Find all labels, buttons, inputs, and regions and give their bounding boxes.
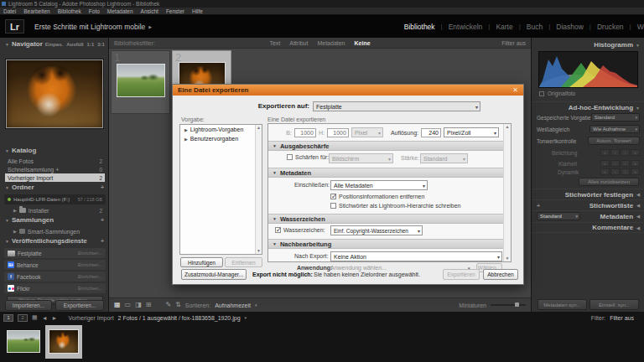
filmstrip-source[interactable]: Vorheriger Import — [69, 315, 114, 321]
add-folder-icon[interactable]: + — [101, 184, 104, 190]
vibrance-stepper[interactable]: «‹›» — [600, 168, 640, 175]
navigator-header[interactable]: ▼ Navigator Einpas. Ausfüll 1:1 3:1 — [0, 40, 109, 48]
module-web[interactable]: Web — [631, 23, 644, 31]
compare-view-icon[interactable]: ◨ — [135, 302, 142, 308]
watermark-checkbox[interactable] — [275, 227, 281, 233]
keyword-list-section-header[interactable]: + Stichwortliste ◀ — [532, 199, 644, 210]
smart-sammlungen-item[interactable]: ▶ Smart-Sammlungen — [5, 227, 105, 235]
zoom-fit[interactable]: Einpas. — [45, 42, 63, 47]
saved-preset-dropdown[interactable]: Standard — [591, 113, 640, 122]
filter-keine[interactable]: Keine — [355, 40, 371, 46]
service-flickr[interactable]: Flickr Einrichten... — [4, 283, 106, 293]
metadata-preset-dropdown[interactable]: Standard — [537, 212, 580, 220]
post-processing-section-header[interactable]: ▼ Nachbearbeitung — [268, 239, 504, 249]
thumbnail-size-slider[interactable] — [491, 304, 526, 306]
menu-metadaten[interactable]: Metadaten — [107, 8, 133, 14]
filmstrip-cell-fox[interactable] — [45, 325, 82, 359]
zoom-1-1[interactable]: 1:1 — [87, 42, 95, 47]
export-dialog-titlebar[interactable]: Eine Datei exportieren ✕ — [173, 85, 523, 96]
add-collection-icon[interactable]: + — [101, 217, 104, 223]
metadata-include-select[interactable]: Alle Metadaten — [330, 180, 428, 190]
katalog-item-alle-fotos[interactable]: Alle Fotos 2 — [5, 157, 105, 165]
filmstrip-status[interactable]: 2 Fotos / 1 ausgewählt / fox-1883658_192… — [118, 315, 241, 321]
grid-view-icon[interactable]: ▦ — [32, 314, 38, 321]
module-drucken[interactable]: Drucken — [591, 23, 630, 31]
module-buch[interactable]: Buch — [521, 23, 548, 31]
menu-fenster[interactable]: Fenster — [166, 8, 184, 14]
auto-tone-button[interactable]: Autom. Tonwert — [588, 137, 640, 145]
navigator-preview-fox-photo[interactable] — [6, 59, 103, 128]
sharpen-strength-select[interactable]: Standard — [420, 153, 468, 163]
sharpen-target-select[interactable]: Bildschirm — [329, 153, 393, 163]
service-festplatte[interactable]: Festplatte Einrichten... — [4, 248, 106, 258]
zoom-3-1[interactable]: 3:1 — [97, 42, 105, 47]
menu-bearbeiten[interactable]: Bearbeiten — [23, 8, 49, 14]
exposure-stepper[interactable]: «‹›» — [600, 149, 640, 156]
original-photo-toggle[interactable]: Originalfoto — [539, 90, 575, 96]
sync-metadata-button[interactable]: Metadaten syn... — [538, 299, 587, 310]
module-diashow[interactable]: Diashow — [550, 23, 589, 31]
menu-ansicht[interactable]: Ansicht — [141, 8, 158, 14]
add-preset-button[interactable]: Hinzufügen — [180, 257, 223, 267]
close-icon[interactable]: ✕ — [512, 86, 518, 94]
preset-lightroom-vorgaben[interactable]: ▶ Lightroom-Vorgaben — [180, 125, 262, 134]
service-facebook[interactable]: f Facebook Einrichten... — [4, 272, 106, 282]
menu-datei[interactable]: Datei — [3, 8, 16, 14]
service-behance[interactable]: Bē Behance Einrichten... — [4, 260, 106, 270]
original-photo-checkbox[interactable] — [539, 91, 544, 96]
export-confirm-button[interactable]: Exportieren — [443, 269, 480, 280]
export-to-select[interactable]: Festplatte — [313, 101, 480, 111]
module-entwickeln[interactable]: Entwickeln — [443, 23, 489, 31]
setup-link[interactable]: Einrichten... — [78, 274, 102, 279]
after-export-select[interactable]: Keine Aktion — [330, 251, 502, 261]
white-balance-dropdown[interactable]: Wie Aufnahme — [589, 125, 640, 133]
menu-hilfe[interactable]: Hilfe — [192, 8, 203, 14]
thumbnail-landscape-photo[interactable] — [117, 64, 165, 97]
add-service-icon[interactable]: + — [101, 238, 104, 244]
grid-view-icon[interactable]: ▦ — [114, 302, 121, 308]
sharpen-section-header[interactable]: ▼ Ausgabeschärfe — [268, 141, 504, 151]
quick-develop-header[interactable]: Ad-hoc-Entwicklung ▼ — [532, 101, 644, 111]
import-button[interactable]: Importieren... — [5, 300, 52, 311]
filmstrip-cell-landscape[interactable] — [3, 325, 44, 359]
filter-metadaten[interactable]: Metadaten — [317, 40, 345, 46]
histogramm-header[interactable]: Histogramm ▼ — [532, 41, 644, 49]
resolution-unit-select[interactable]: Pixel/Zoll — [444, 127, 499, 137]
metadata-section-header-dlg[interactable]: ▼ Metadaten — [268, 168, 504, 178]
cancel-button[interactable]: Abbrechen — [483, 269, 518, 280]
remove-preset-button[interactable]: Entfernen — [225, 257, 262, 267]
filmstrip-thumb-fox[interactable] — [49, 329, 79, 354]
reset-all-button[interactable]: Alles zurücksetzen — [579, 178, 639, 186]
setup-link[interactable]: Einrichten... — [78, 262, 102, 267]
watermark-section-header[interactable]: ▼ Wasserzeichen — [268, 214, 504, 224]
keywording-section-header[interactable]: Stichwörter festlegen ◀ — [532, 189, 644, 199]
setup-link[interactable]: Einrichten... — [78, 251, 102, 256]
menu-bibliothek[interactable]: Bibliothek — [58, 8, 81, 14]
sync-settings-button[interactable]: Einstell. syn... — [589, 299, 639, 310]
painter-spray-icon[interactable]: ✎ — [165, 302, 171, 308]
grid-cell-landscape[interactable]: 1 — [111, 50, 170, 114]
identity-plate[interactable]: Erste Schritte mit Lightroom mobile — [34, 23, 145, 31]
second-window-button[interactable]: 2 — [18, 314, 28, 322]
slider-handle[interactable] — [515, 303, 519, 307]
export-button[interactable]: Exportieren... — [55, 300, 104, 311]
module-bibliothek[interactable]: Bibliothek — [398, 23, 441, 31]
go-back-icon[interactable]: ◄ — [42, 315, 48, 321]
filter-attribut[interactable]: Attribut — [289, 40, 308, 46]
dienste-header[interactable]: ▼ Veröffentlichungsdienste + — [0, 237, 109, 245]
keywords-hierarchy-checkbox[interactable] — [330, 203, 336, 209]
settings-scrollbar[interactable]: ▲▼ — [503, 124, 511, 261]
volume-hauptHD[interactable]: HauptHD-LFR-Daten (F:) 57 / 218 GB — [4, 194, 106, 204]
folder-installer[interactable]: ▶ Installer 2 — [5, 206, 105, 215]
watermark-select[interactable]: Einf. Copyright-Wasserzeichen — [330, 225, 423, 235]
sammlungen-header[interactable]: ▼ Sammlungen + — [0, 216, 109, 224]
resolution-field[interactable]: 240 — [421, 128, 441, 137]
menu-foto[interactable]: Foto — [89, 8, 100, 14]
go-forward-icon[interactable]: ► — [52, 315, 58, 321]
clarity-stepper[interactable]: «‹›» — [600, 160, 640, 167]
filter-text[interactable]: Text — [269, 40, 280, 46]
zoom-fill[interactable]: Ausfüll — [66, 42, 83, 47]
filmstrip-filter-dropdown[interactable]: Filter aus — [610, 315, 634, 321]
width-field[interactable]: 1000 — [294, 128, 316, 137]
katalog-item-vorheriger-import[interactable]: Vorheriger Import 2 — [5, 173, 105, 182]
